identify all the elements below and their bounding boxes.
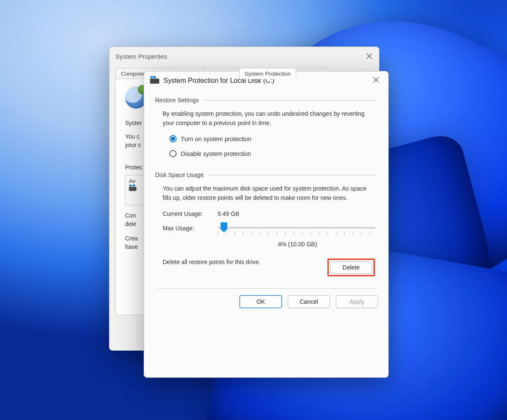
max-usage-value: 4% (10.00 GB) [218,241,377,248]
radio-label: Disable system protection [181,150,251,157]
max-usage-label: Max Usage: [163,223,218,232]
restore-settings-heading: Restore Settings [155,97,377,104]
close-icon[interactable] [365,52,373,60]
slider-ticks [218,232,376,235]
max-usage-slider[interactable] [218,223,376,237]
restore-settings-description: By enabling system protection, you can u… [163,109,375,128]
radio-turn-on-protection[interactable]: Turn on system protection [169,135,377,142]
slider-thumb[interactable] [221,222,227,232]
current-usage-value: 9.49 GB [218,210,239,217]
disk-icon [129,187,136,191]
radio-label: Turn on system protection [181,136,251,142]
delete-button-highlight: Delete [327,259,375,276]
ok-button[interactable]: OK [240,295,282,308]
cancel-button[interactable]: Cancel [288,295,330,308]
apply-button[interactable]: Apply [336,295,378,308]
radio-disable-protection[interactable]: Disable system protection [169,150,377,157]
current-usage-row: Current Usage: 9.49 GB [163,210,377,217]
system-protection-dialog: System Protection for Local Disk (C:) Re… [144,71,389,378]
tab-system-protection[interactable]: System Protection [239,68,297,79]
delete-description: Delete all restore points for this drive… [163,259,260,265]
disk-icon [150,79,159,84]
delete-button[interactable]: Delete [330,261,372,274]
close-icon [372,76,380,84]
disk-space-usage-heading: Disk Space Usage [155,172,377,178]
current-usage-label: Current Usage: [163,210,218,217]
radio-icon [169,135,177,142]
close-button[interactable] [370,74,382,88]
dialog-footer: OK Cancel Apply [144,289,388,315]
parent-window-title: System Properties [115,53,167,60]
radio-icon [169,150,177,157]
disk-space-usage-description: You can adjust the maximum disk space us… [163,184,375,202]
slider-track [218,227,376,229]
parent-titlebar[interactable]: System Properties [109,47,379,65]
